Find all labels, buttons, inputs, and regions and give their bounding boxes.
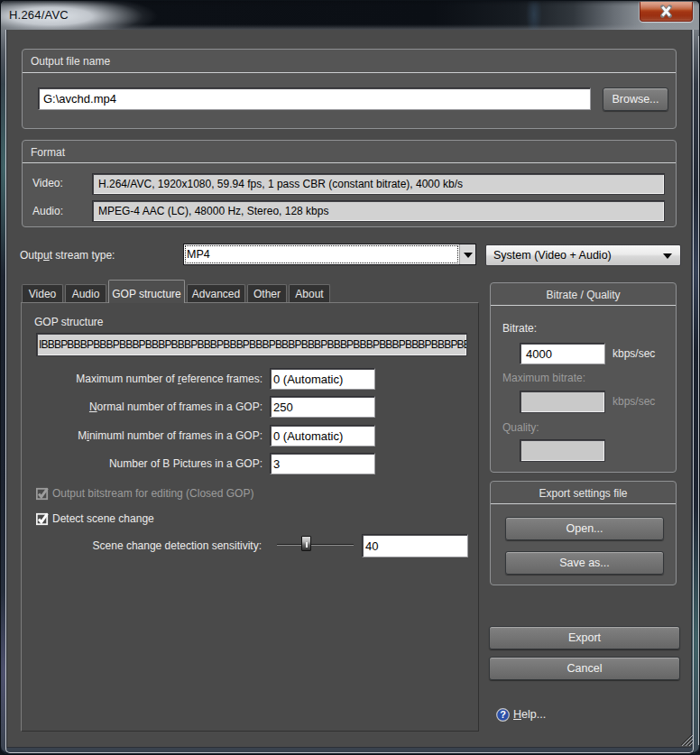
svg-text:?: ? — [500, 709, 506, 720]
